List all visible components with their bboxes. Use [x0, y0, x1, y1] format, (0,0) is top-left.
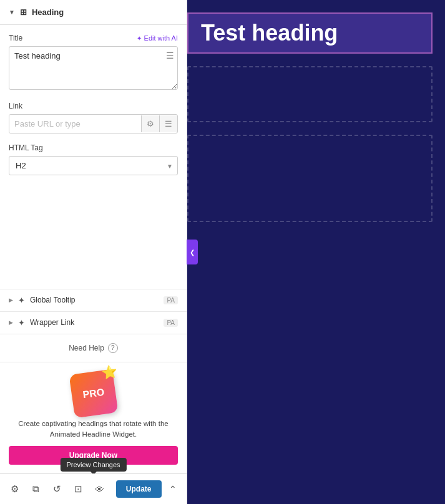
section-header[interactable]: ▼ ⊞ Heading — [0, 0, 187, 25]
promo-image: PRO ⭐ — [62, 369, 125, 419]
upgrade-now-button[interactable]: Upgrade Now — [9, 446, 178, 465]
promo-block: PRO ⭐ Create captivating headings that r… — [0, 362, 187, 474]
chevron-right-icon: ▶ — [9, 297, 13, 303]
layers-button[interactable]: ⧉ — [27, 479, 45, 499]
promo-description: Create captivating headings that rotate … — [9, 419, 178, 440]
link-label-row: Link — [9, 102, 178, 110]
link-input[interactable] — [9, 115, 141, 133]
edit-with-ai-button[interactable]: Edit with AI — [137, 34, 178, 42]
wrapper-link-section[interactable]: ▶ ✦ Wrapper Link PA — [0, 311, 187, 334]
html-tag-label: HTML Tag — [9, 143, 43, 152]
html-tag-select[interactable]: H2 H1 H3 H4 H5 H6 div span p — [9, 156, 178, 175]
wrapper-link-badge: PA — [164, 319, 178, 327]
html-tag-select-wrapper: H2 H1 H3 H4 H5 H6 div span p ▼ — [9, 156, 178, 175]
settings-button[interactable]: ⚙ — [6, 479, 24, 499]
link-list-icon[interactable]: ☰ — [159, 115, 177, 132]
chevron-right-icon-2: ▶ — [9, 319, 13, 326]
section-title: Heading — [32, 7, 64, 17]
update-button[interactable]: Update — [116, 480, 162, 498]
responsive-icon: ⊡ — [74, 483, 82, 495]
global-tooltip-label: Global Tooltip — [30, 296, 76, 304]
title-field-label-row: Title Edit with AI — [9, 34, 178, 42]
need-help-row[interactable]: Need Help ? — [0, 334, 187, 362]
need-help-label: Need Help — [69, 344, 104, 352]
html-tag-label-row: HTML Tag — [9, 143, 178, 152]
html-tag-field-row: HTML Tag H2 H1 H3 H4 H5 H6 div span p ▼ — [9, 143, 178, 175]
pro-badge: PRO ⭐ — [69, 369, 118, 418]
wrapper-link-left: ▶ ✦ Wrapper Link — [9, 318, 74, 327]
history-icon: ↺ — [53, 483, 61, 495]
title-label: Title — [9, 34, 22, 42]
link-gear-icon[interactable]: ⚙ — [141, 115, 159, 132]
link-input-wrapper: ⚙ ☰ — [9, 114, 178, 133]
title-icon-button[interactable]: ☰ — [166, 51, 174, 61]
bottom-toolbar: ⚙ ⧉ ↺ ⊡ 👁 Update ⌃ — [0, 473, 187, 504]
expand-button[interactable]: ⌃ — [165, 480, 180, 498]
collapse-chevron-icon: ❮ — [190, 249, 195, 256]
wrapper-link-label: Wrapper Link — [30, 318, 74, 327]
history-button[interactable]: ↺ — [49, 479, 66, 499]
link-field-row: Link ⚙ ☰ — [9, 102, 178, 133]
settings-icon: ⚙ — [11, 483, 19, 495]
link-label: Link — [9, 102, 22, 110]
title-field-row: Title Edit with AI ☰ — [9, 34, 178, 92]
layers-icon: ⧉ — [32, 483, 39, 495]
preview-button[interactable]: 👁 — [91, 479, 109, 499]
global-tooltip-section[interactable]: ▶ ✦ Global Tooltip PA — [0, 289, 187, 311]
chevron-down-icon: ▼ — [9, 9, 15, 16]
section-icon: ⊞ — [20, 7, 27, 17]
panel-body: Title Edit with AI ☰ Link ⚙ ☰ HTML Tag — [0, 25, 187, 289]
right-panel: ❮ Test heading — [187, 0, 445, 504]
global-tooltip-left: ▶ ✦ Global Tooltip — [9, 296, 76, 305]
global-tooltip-badge: PA — [164, 296, 178, 304]
help-icon: ? — [108, 343, 118, 353]
eye-icon: 👁 — [95, 484, 104, 495]
left-panel: ▼ ⊞ Heading Title Edit with AI ☰ Link ⚙ — [0, 0, 187, 504]
wrapper-link-icon: ✦ — [18, 318, 25, 327]
global-tooltip-icon: ✦ — [18, 296, 25, 305]
title-textarea-wrapper: ☰ — [9, 46, 178, 92]
expand-icon: ⌃ — [169, 484, 177, 494]
placeholder-box-2 — [187, 135, 433, 222]
heading-preview-text: Test heading — [187, 12, 433, 54]
star-icon: ⭐ — [100, 363, 118, 380]
responsive-button[interactable]: ⊡ — [70, 479, 87, 499]
heading-preview-bar: Test heading — [187, 12, 433, 54]
collapse-handle[interactable]: ❮ — [187, 240, 198, 264]
pro-badge-label: PRO — [82, 386, 105, 400]
placeholder-box-1 — [187, 66, 433, 122]
title-input[interactable] — [9, 46, 178, 90]
